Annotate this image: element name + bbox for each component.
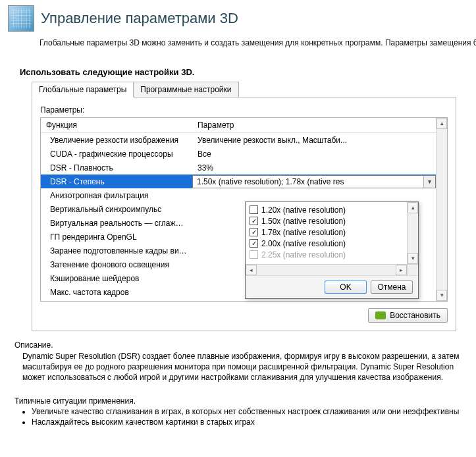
checkbox-checked-icon[interactable]	[250, 217, 258, 225]
popup-hscroll[interactable]: ◂ ▸	[246, 264, 418, 275]
dsr-option[interactable]: 1.50x (native resolution)	[250, 215, 407, 227]
description-title: Описание.	[14, 340, 463, 350]
table-row[interactable]: Анизотропная фильтрация	[41, 188, 436, 202]
checkbox-checked-icon[interactable]	[250, 228, 258, 236]
checkbox-icon[interactable]	[250, 250, 258, 259]
ok-button[interactable]: OK	[325, 281, 367, 294]
dsr-option[interactable]: 1.78x (native resolution)	[250, 227, 407, 238]
description-block: Описание. Dynamic Super Resolution (DSR)…	[14, 340, 463, 383]
usage-item: Наслаждайтесь высоким качеством картинки…	[32, 417, 463, 428]
usage-title: Типичные ситуации применения.	[14, 396, 463, 406]
scroll-down-icon[interactable]: ▾	[408, 253, 418, 264]
tab-program[interactable]: Программные настройки	[133, 82, 238, 97]
dsr-option[interactable]: 1.20x (native resolution)	[250, 204, 407, 215]
restore-button[interactable]: Восстановить	[368, 308, 448, 323]
dsr-option[interactable]: 2.25x (native resolution)	[250, 249, 407, 260]
table-row-selected[interactable]: DSR - Степень 1.50x (native resolution);…	[41, 175, 436, 188]
intro-text: Глобальные параметры 3D можно заменить и…	[0, 34, 476, 49]
scroll-up-icon[interactable]: ▴	[436, 118, 447, 129]
scroll-right-icon[interactable]: ▸	[396, 265, 407, 275]
checkbox-icon[interactable]	[250, 205, 258, 214]
usage-item: Увеличьте качество сглаживания в играх, …	[32, 407, 463, 417]
grid-header: Функция Параметр	[41, 118, 436, 133]
chevron-down-icon[interactable]: ▾	[423, 176, 435, 188]
table-row[interactable]: Увеличение резкости изображения Увеличен…	[41, 133, 436, 147]
app-icon	[8, 5, 34, 32]
scroll-left-icon[interactable]: ◂	[246, 265, 257, 275]
dsr-degree-dropdown[interactable]: 1.50x (native resolution); 1.78x (native…	[192, 175, 436, 188]
table-row[interactable]: CUDA - графические процессоры Все	[41, 147, 436, 161]
grid-header-function[interactable]: Функция	[41, 118, 192, 132]
grid-header-parameter[interactable]: Параметр	[192, 118, 436, 132]
scroll-up-icon[interactable]: ▴	[408, 202, 418, 213]
dsr-option[interactable]: 2.00x (native resolution)	[250, 238, 407, 249]
page-title: Управление параметрами 3D	[41, 10, 238, 27]
nvidia-logo-icon	[375, 311, 386, 319]
checkbox-checked-icon[interactable]	[250, 239, 258, 248]
popup-vscroll[interactable]: ▴ ▾	[407, 202, 418, 264]
tab-strip: Глобальные параметры Программные настрой…	[32, 81, 476, 97]
use-settings-label: Использовать следующие настройки 3D.	[20, 67, 463, 77]
params-label: Параметры:	[40, 105, 448, 115]
description-text: Dynamic Super Resolution (DSR) создает б…	[22, 351, 463, 383]
grid-scrollbar[interactable]: ▴ ▾	[436, 118, 447, 301]
usage-block: Типичные ситуации применения. Увеличьте …	[14, 396, 463, 428]
tab-global[interactable]: Глобальные параметры	[32, 82, 134, 97]
dsr-degree-options-popup: 1.20x (native resolution) 1.50x (native …	[245, 202, 419, 299]
scroll-down-icon[interactable]: ▾	[436, 290, 447, 301]
table-row[interactable]: DSR - Плавность 33%	[41, 161, 436, 175]
cancel-button[interactable]: Отмена	[371, 281, 413, 294]
